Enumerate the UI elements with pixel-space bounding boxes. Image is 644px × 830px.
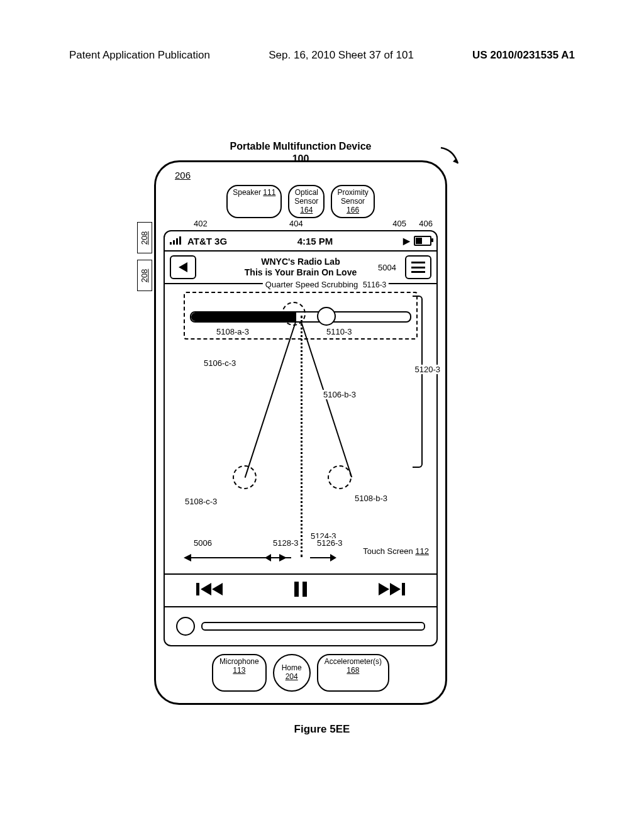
nav-title-2: This is Your Brain On Love [201,267,400,278]
accelerometer-label: Accelerometer(s) 168 [317,654,389,692]
device-title: Portable Multifunction Device [156,141,445,152]
status-bar: AT&T 3G 4:15 PM ▶ [165,231,436,252]
ref-5108b3: 5108-b-3 [353,494,389,503]
ref-5120-3: 5120-3 [414,365,441,374]
scrubber-progress [191,313,296,321]
svg-rect-8 [303,582,307,597]
device-frame: Portable Multifunction Device 100 206 20… [154,160,447,705]
top-sensors-row: Speaker 111 Optical Sensor 164 Proximity… [156,185,445,218]
volume-track[interactable] [201,622,425,631]
touch-screen[interactable]: AT&T 3G 4:15 PM ▶ WNYC's Radio Lab This … [164,230,438,646]
device-arrow-icon [438,145,463,170]
proximity-sensor-label: Proximity Sensor 166 [331,185,374,218]
line-5106c3 [245,322,296,478]
ref-402: 402 [192,219,209,228]
line-5106b3 [301,321,352,477]
svg-rect-7 [294,582,299,597]
svg-marker-6 [212,583,223,595]
svg-rect-4 [196,583,199,595]
brace-5120-3 [413,296,423,468]
playing-icon: ▶ [403,236,410,246]
svg-rect-1 [173,240,175,245]
header-left: Patent Application Publication [69,49,210,62]
speaker-label: Speaker 111 [226,185,282,218]
vertical-dashed-5124 [301,316,303,557]
touch-screen-label: Touch Screen 112 [362,546,430,556]
ref-5116-3: 5116-3 [363,280,386,289]
header-center: Sep. 16, 2010 Sheet 37 of 101 [269,49,414,62]
back-arrow-icon [179,262,187,272]
svg-rect-11 [402,583,405,595]
ref-406: 406 [418,219,434,228]
svg-rect-0 [170,242,172,245]
content-area[interactable]: Quarter Speed Scrubbing 5116-3 5108-a-3 … [165,283,436,570]
svg-marker-10 [390,583,401,595]
nav-title-1: WNYC's Radio Lab [201,257,400,267]
svg-marker-9 [379,583,389,595]
volume-knob[interactable] [176,617,195,636]
nav-titles: WNYC's Radio Lab This is Your Brain On L… [201,257,400,278]
figure-caption: Figure 5EE [0,723,644,736]
volume-row [165,614,436,639]
hardware-row: Microphone 113 Home 204 Accelerometer(s)… [156,654,445,692]
clock-label: 4:15 PM [227,236,403,246]
svg-rect-3 [179,236,181,245]
media-controls [165,573,436,607]
ref-5106b3: 5106-b-3 [322,390,357,399]
skip-back-button[interactable] [196,580,224,600]
ref-206: 206 [175,170,191,180]
ref-5108a3: 5108-a-3 [215,327,250,336]
list-button[interactable] [405,255,431,279]
svg-marker-5 [201,583,211,595]
home-button[interactable]: Home 204 [273,654,311,692]
page: Patent Application Publication Sep. 16, … [0,0,644,830]
pause-button[interactable] [287,580,314,600]
ref-208-top: 208 [137,222,152,253]
microphone-label: Microphone 113 [212,654,267,692]
ref-5106c3: 5106-c-3 [203,358,237,368]
svg-rect-2 [176,238,178,245]
scrubber-handle[interactable] [317,307,336,326]
arrow-5128-icon [266,557,291,558]
back-button[interactable] [170,255,196,279]
mini-arrows-5128-5126 [266,557,335,558]
scrub-speed-label: Quarter Speed Scrubbing 5116-3 [263,280,389,289]
optical-sensor-label: Optical Sensor 164 [288,185,325,218]
list-icon [411,262,425,273]
ref-405: 405 [391,219,408,228]
page-header: Patent Application Publication Sep. 16, … [0,49,644,62]
ref-5006: 5006 [192,538,213,548]
ref-5128-3: 5128-3 [272,538,299,548]
carrier-label: AT&T 3G [187,236,227,246]
battery-icon [414,236,431,246]
arrow-5126-icon [310,557,335,558]
ref-5108c3: 5108-c-3 [184,497,218,506]
skip-forward-button[interactable] [377,580,405,600]
ref-208-bottom: 208 [137,260,152,291]
ref-5004: 5004 [377,263,397,272]
ref-5110-3: 5110-3 [325,327,353,336]
ref-5126-3: 5126-3 [316,538,343,548]
device-ref-100: 100 [292,153,309,165]
signal-icon [170,236,185,246]
header-right: US 2010/0231535 A1 [472,49,575,62]
ref-404: 404 [288,219,304,228]
